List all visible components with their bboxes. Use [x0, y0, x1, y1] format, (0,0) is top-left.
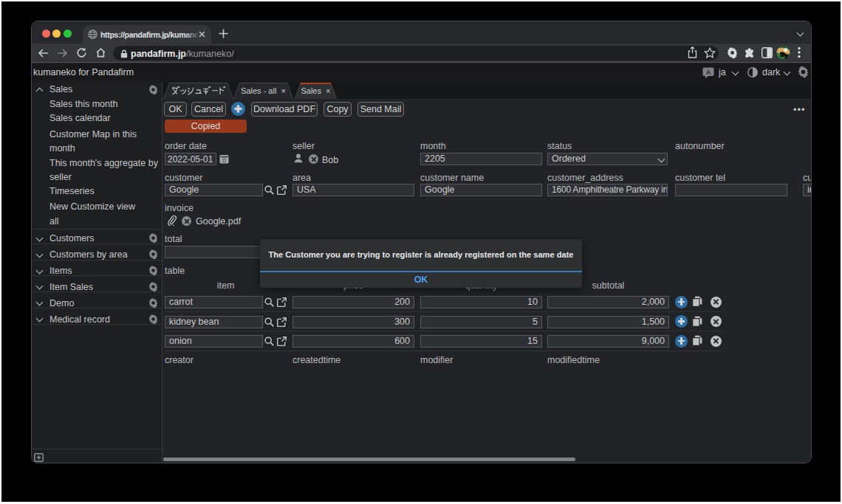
svg-text:A: A [706, 69, 711, 76]
